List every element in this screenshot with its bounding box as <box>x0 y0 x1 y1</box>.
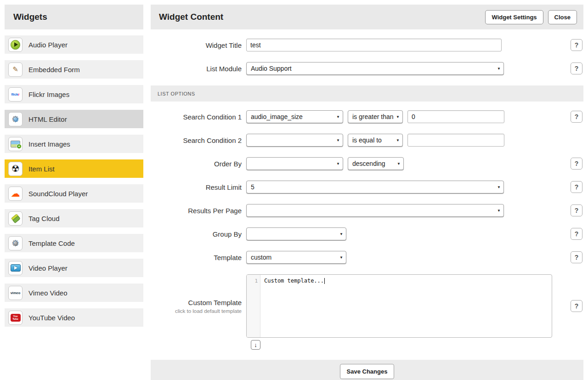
search-condition-2-field-select[interactable]: ▼ <box>246 134 343 147</box>
search-condition-1-value-input[interactable] <box>407 110 504 123</box>
html-editor-icon: ⚙ <box>8 112 23 126</box>
chevron-down-icon: ▼ <box>336 162 340 166</box>
sidebar-item-insert-images[interactable]: + Insert Images <box>5 135 143 153</box>
help-button[interactable]: ? <box>571 181 582 193</box>
sidebar-item-item-list[interactable]: ☢ Item List <box>5 159 143 178</box>
insert-images-icon: + <box>8 137 23 151</box>
editor-expand-row: ↓ <box>251 340 583 350</box>
chevron-down-icon: ▼ <box>339 255 343 260</box>
help-button[interactable]: ? <box>571 39 582 51</box>
sidebar-item-label: Audio Player <box>28 41 68 49</box>
main-header: Widget Content Widget Settings Close <box>151 5 583 29</box>
sidebar-item-label: Item List <box>28 165 55 173</box>
group-by-row: Group By ▼ ? <box>151 227 583 240</box>
group-by-label: Group By <box>151 230 246 238</box>
order-by-row: Order By ▼ descending ▼ ? <box>151 157 583 170</box>
chevron-down-icon: ▼ <box>497 185 501 189</box>
sidebar-item-label: Tag Cloud <box>28 215 60 222</box>
sidebar-item-embedded-form[interactable]: ✎ Embedded Form <box>5 60 143 79</box>
sidebar-item-html-editor[interactable]: ⚙ HTML Editor <box>5 110 143 128</box>
chevron-down-icon: ▼ <box>397 162 401 166</box>
sidebar-item-soundcloud-player[interactable]: ☁ SoundCloud Player <box>5 184 143 203</box>
footer-bar: Save Changes <box>151 360 583 380</box>
page-title: Widget Content <box>159 12 481 22</box>
list-module-label: List Module <box>151 65 246 73</box>
flickr-icon: flickr <box>8 87 23 102</box>
chevron-down-icon: ▼ <box>336 115 340 119</box>
editor-code-area[interactable]: Custom template... <box>260 275 552 337</box>
save-changes-button[interactable]: Save Changes <box>340 364 395 379</box>
sidebar-item-label: HTML Editor <box>28 115 67 123</box>
widget-title-label: Widget Title <box>151 41 246 49</box>
result-limit-select[interactable]: 5 ▼ <box>246 181 504 193</box>
chevron-down-icon: ▼ <box>396 115 400 119</box>
custom-template-label: Custom Template <box>151 299 242 306</box>
sidebar-header: Widgets <box>5 5 143 29</box>
custom-template-row: Custom Template click to load default te… <box>151 274 583 338</box>
help-button[interactable]: ? <box>571 228 582 240</box>
vimeo-icon: vimeo <box>8 286 23 300</box>
help-button[interactable]: ? <box>571 158 582 170</box>
chevron-down-icon: ▼ <box>339 232 343 236</box>
result-limit-label: Result Limit <box>151 183 246 191</box>
order-by-label: Order By <box>151 160 246 168</box>
chevron-down-icon: ▼ <box>497 67 501 71</box>
help-button[interactable]: ? <box>571 300 582 312</box>
search-condition-2-operator-select[interactable]: is equal to ▼ <box>348 134 403 147</box>
search-condition-1-operator-select[interactable]: is greater than ▼ <box>348 110 403 123</box>
list-options-section-header: LIST OPTIONS <box>151 85 583 102</box>
close-button[interactable]: Close <box>548 10 577 24</box>
editor-line-numbers: 1 <box>247 275 260 337</box>
help-button[interactable]: ? <box>571 62 582 74</box>
sidebar-item-label: Vimeo Video <box>28 289 68 297</box>
search-condition-2-value-input[interactable] <box>407 134 504 147</box>
results-per-page-select[interactable]: ▼ <box>246 204 504 217</box>
results-per-page-label: Results Per Page <box>151 207 246 215</box>
list-module-row: List Module Audio Support ▼ ? <box>151 62 583 75</box>
result-limit-row: Result Limit 5 ▼ ? <box>151 181 583 193</box>
sidebar-item-label: YouTube Video <box>28 314 75 322</box>
video-player-icon <box>8 261 23 275</box>
sidebar-item-label: SoundCloud Player <box>28 190 88 198</box>
sidebar-item-vimeo-video[interactable]: vimeo Vimeo Video <box>5 284 143 302</box>
list-module-select[interactable]: Audio Support ▼ <box>246 62 504 75</box>
sidebar-item-template-code[interactable]: ⚙ Template Code <box>5 234 143 252</box>
results-per-page-row: Results Per Page ▼ ? <box>151 204 583 217</box>
order-by-direction-select[interactable]: descending ▼ <box>348 157 404 170</box>
audio-player-icon <box>8 38 23 52</box>
template-select[interactable]: custom ▼ <box>246 251 346 264</box>
sidebar-item-label: Template Code <box>28 239 75 247</box>
template-code-icon: ⚙ <box>8 236 23 250</box>
search-condition-1-field-select[interactable]: audio_image_size ▼ <box>246 110 343 123</box>
custom-template-editor[interactable]: 1 Custom template... <box>246 274 552 338</box>
sidebar-item-youtube-video[interactable]: YouTube YouTube Video <box>5 308 143 327</box>
search-condition-2-label: Search Condition 2 <box>151 136 246 144</box>
help-button[interactable]: ? <box>571 251 582 263</box>
group-by-select[interactable]: ▼ <box>246 227 346 240</box>
order-by-field-select[interactable]: ▼ <box>246 157 343 170</box>
embedded-form-icon: ✎ <box>8 62 23 77</box>
expand-editor-button[interactable]: ↓ <box>251 340 260 350</box>
help-button[interactable]: ? <box>571 204 582 216</box>
widgets-sidebar: Widgets Audio Player ✎ Embedded Form fli… <box>5 5 143 333</box>
template-row: Template custom ▼ ? <box>151 251 583 264</box>
search-condition-1-label: Search Condition 1 <box>151 113 246 121</box>
tag-cloud-icon <box>8 211 23 226</box>
help-button[interactable]: ? <box>571 111 582 123</box>
sidebar-item-video-player[interactable]: Video Player <box>5 259 143 277</box>
sidebar-title: Widgets <box>13 12 47 22</box>
chevron-down-icon: ▼ <box>336 138 340 142</box>
sidebar-item-label: Video Player <box>28 264 68 272</box>
chevron-down-icon: ▼ <box>396 138 400 142</box>
sidebar-item-tag-cloud[interactable]: Tag Cloud <box>5 209 143 227</box>
template-label: Template <box>151 254 246 261</box>
widget-settings-button[interactable]: Widget Settings <box>485 10 543 24</box>
custom-template-label-block[interactable]: Custom Template click to load default te… <box>151 299 246 314</box>
widget-title-input[interactable] <box>246 39 502 51</box>
sidebar-item-label: Insert Images <box>28 140 70 148</box>
text-cursor <box>324 278 325 284</box>
custom-template-sublabel: click to load default template <box>151 308 242 314</box>
sidebar-item-audio-player[interactable]: Audio Player <box>5 35 143 54</box>
sidebar-item-flickr-images[interactable]: flickr Flickr Images <box>5 85 143 103</box>
search-condition-1-row: Search Condition 1 audio_image_size ▼ is… <box>151 110 583 123</box>
